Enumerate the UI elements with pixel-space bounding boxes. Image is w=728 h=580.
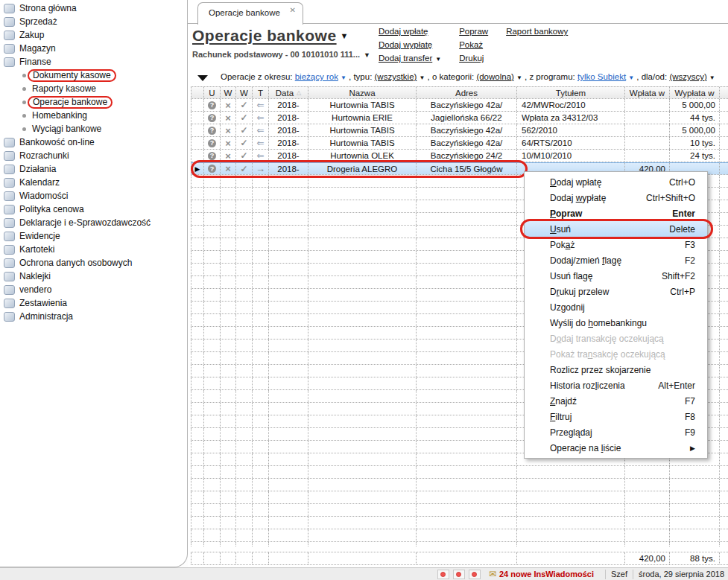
cross-icon: × <box>225 150 231 162</box>
action-link-dodaj-wpłatę[interactable]: Dodaj wpłatę <box>379 27 441 40</box>
action-link-dodaj-wypłatę[interactable]: Dodaj wypłatę <box>379 40 441 54</box>
action-link-popraw[interactable]: Popraw <box>459 27 488 40</box>
column-header-tytułem[interactable]: Tytułem <box>517 87 625 98</box>
menu-item-historia-rozliczenia[interactable]: Historia rozliczeniaAlt+Enter <box>525 377 707 393</box>
menu-item-filtruj[interactable]: FiltrujF8 <box>525 409 707 424</box>
menu-item-popraw[interactable]: PoprawEnter <box>525 205 707 221</box>
sidebar-item-kalendarz[interactable]: Kalendarz <box>0 176 187 189</box>
menu-item-usuń[interactable]: UsuńDelete <box>525 221 707 237</box>
menu-item-dodaj-wpłatę[interactable]: Dodaj wpłatęCtrl+O <box>525 174 707 190</box>
sidebar-item-zestawienia[interactable]: Zestawienia <box>0 296 187 310</box>
column-header-wpłata w[interactable]: Wpłata w <box>625 87 670 98</box>
menu-item-pokaż[interactable]: PokażF3 <box>525 237 707 252</box>
menu-item-drukuj-przelew[interactable]: Drukuj przelewCtrl+P <box>525 284 707 299</box>
menu-item-dodaj-wypłatę[interactable]: Dodaj wypłatęCtrl+Shift+O <box>525 190 707 205</box>
empty-cell <box>204 188 221 200</box>
empty-cell <box>204 479 221 491</box>
table-row[interactable]: ?×✓⇐2018-Hurtownia OLEKBaczyńskiego 24/2… <box>191 150 728 162</box>
sidebar-item-strona-główna[interactable]: Strona główna <box>0 1 187 15</box>
sidebar-item-homebanking[interactable]: Homebanking <box>0 109 187 122</box>
sidebar-item-naklejki[interactable]: Naklejki <box>0 270 187 283</box>
sidebar-item-sprzedaż[interactable]: Sprzedaż <box>0 15 187 28</box>
menu-item-rozlicz-przez-skojarzenie[interactable]: Rozlicz przez skojarzenie <box>525 362 707 377</box>
question-icon: ? <box>208 101 216 109</box>
table-row[interactable]: ?×✓⇐2018-Hurtownia TABISBaczyńskiego 42a… <box>191 137 728 150</box>
empty-cell <box>269 479 308 491</box>
filter-link--wszyscy-[interactable]: (wszyscy)▼ <box>669 72 715 81</box>
action-link-pokaż[interactable]: Pokaż <box>459 40 488 54</box>
account-selector[interactable]: Rachunek podstawowy - 00 10101010 111...… <box>192 50 370 59</box>
empty-cell <box>269 390 308 402</box>
table-row[interactable]: ?×✓⇐2018-Hurtownia TABISBaczyńskiego 42a… <box>191 124 728 137</box>
sidebar-item-vendero[interactable]: vendero <box>0 283 187 296</box>
sidebar-item-ewidencje[interactable]: Ewidencje <box>0 229 187 243</box>
menu-item-znajdź[interactable]: ZnajdźF7 <box>525 393 707 409</box>
empty-cell <box>517 529 625 541</box>
menu-item-usuń-flagę[interactable]: Usuń flagęShift+F2 <box>525 268 707 284</box>
table-row[interactable]: ?×✓⇐2018-Hurtownia TABISBaczyńskiego 42a… <box>191 99 728 112</box>
row-filler <box>720 200 728 212</box>
sidebar-item-rozrachunki[interactable]: Rozrachunki <box>0 149 187 162</box>
sidebar-item-label: Homebanking <box>32 110 87 121</box>
filter-dropdown-icon[interactable] <box>197 75 208 81</box>
sidebar-item-polityka-cenowa[interactable]: Polityka cenowa <box>0 203 187 216</box>
sidebar-item-operacje-bankowe[interactable]: Operacje bankowe <box>0 95 187 109</box>
sidebar-item-zakup[interactable]: Zakup <box>0 28 187 42</box>
column-header-adres[interactable]: Adres <box>417 87 517 98</box>
empty-cell <box>417 441 517 453</box>
close-icon[interactable]: ✕ <box>290 6 296 14</box>
column-header-w[interactable]: W <box>236 87 253 98</box>
column-header-nazwa[interactable]: Nazwa <box>308 87 417 98</box>
action-link-dodaj-transfer[interactable]: Dodaj transfer▼ <box>379 54 441 67</box>
menu-item-wyślij-do-homebankingu[interactable]: Wyślij do homebankingu <box>525 315 707 331</box>
cell-data: 2018- <box>269 150 308 162</box>
question-icon: ? <box>208 152 216 160</box>
filter-link--dowolna-[interactable]: (dowolna)▼ <box>476 72 522 81</box>
empty-cell <box>308 302 417 313</box>
menu-item-dodaj-zmień-flagę[interactable]: Dodaj/zmień flagęF2 <box>525 252 707 268</box>
empty-cell <box>269 453 308 465</box>
empty-cell <box>191 428 204 440</box>
menu-item-przeglądaj[interactable]: PrzeglądajF9 <box>525 424 707 440</box>
table-row[interactable]: ?×✓⇐2018-Hurtownia ERIEJagiellońska 66/2… <box>191 112 728 124</box>
empty-cell <box>308 352 417 364</box>
empty-cell <box>253 276 269 288</box>
sidebar-item-dokumenty-kasowe[interactable]: Dokumenty kasowe <box>0 68 187 82</box>
filter-link--wszystkie-[interactable]: (wszystkie)▼ <box>375 72 425 81</box>
summary-cell-tytułem <box>517 552 625 564</box>
empty-cell <box>308 542 417 547</box>
cell-wypłata w: 24 tys. <box>670 150 720 162</box>
column-header-selector[interactable] <box>191 87 204 98</box>
column-header-w[interactable]: W <box>221 87 236 98</box>
tab-operacje-bankowe[interactable]: Operacje bankowe ✕ <box>197 2 303 25</box>
action-link-raport-bankowy[interactable]: Raport bankowy <box>506 27 568 40</box>
filter-link-tylko-subiekt[interactable]: tylko Subiekt▼ <box>577 72 634 81</box>
sidebar-item-finanse[interactable]: Finanse <box>0 55 187 68</box>
empty-cell <box>308 251 417 263</box>
empty-cell <box>308 200 417 212</box>
menu-item-operacje-na-liście[interactable]: Operacje na liście▶ <box>525 440 707 456</box>
new-messages-link[interactable]: 24 nowe InsWiadomości <box>499 570 594 579</box>
row-filler <box>720 289 728 301</box>
sidebar-item-magazyn[interactable]: Magazyn <box>0 42 187 55</box>
filter-link-bieżący-rok[interactable]: bieżący rok▼ <box>295 72 346 81</box>
column-header-data[interactable]: Data△ <box>269 87 308 98</box>
sidebar-item-label: Wyciągi bankowe <box>32 124 101 134</box>
sidebar-item-administracja[interactable]: Administracja <box>0 310 187 323</box>
column-header-wypłata w[interactable]: Wypłata w <box>670 87 720 98</box>
column-header-t[interactable]: T <box>253 87 269 98</box>
sidebar-item-ochrona-danych-osobowych[interactable]: Ochrona danych osobowych <box>0 256 187 270</box>
column-header-u[interactable]: U <box>204 87 221 98</box>
empty-cell <box>236 466 253 478</box>
sidebar-item-wiadomości[interactable]: Wiadomości <box>0 189 187 203</box>
sidebar-item-raporty-kasowe[interactable]: Raporty kasowe <box>0 82 187 95</box>
sidebar-item-kartoteki[interactable]: Kartoteki <box>0 243 187 256</box>
page-title-dropdown[interactable]: Operacje bankowe <box>192 27 337 45</box>
current-row-marker-icon: ▶ <box>195 165 200 173</box>
sidebar-item-deklaracje-i-e-sprawozdawczość[interactable]: Deklaracje i e-Sprawozdawczość <box>0 216 187 229</box>
sidebar-item-działania[interactable]: Działania <box>0 162 187 176</box>
menu-item-uzgodnij[interactable]: Uzgodnij <box>525 299 707 315</box>
action-link-drukuj[interactable]: Drukuj <box>459 54 488 67</box>
sidebar-item-bankowość-on-line[interactable]: Bankowość on-line <box>0 136 187 149</box>
sidebar-item-wyciągi-bankowe[interactable]: Wyciągi bankowe <box>0 122 187 136</box>
